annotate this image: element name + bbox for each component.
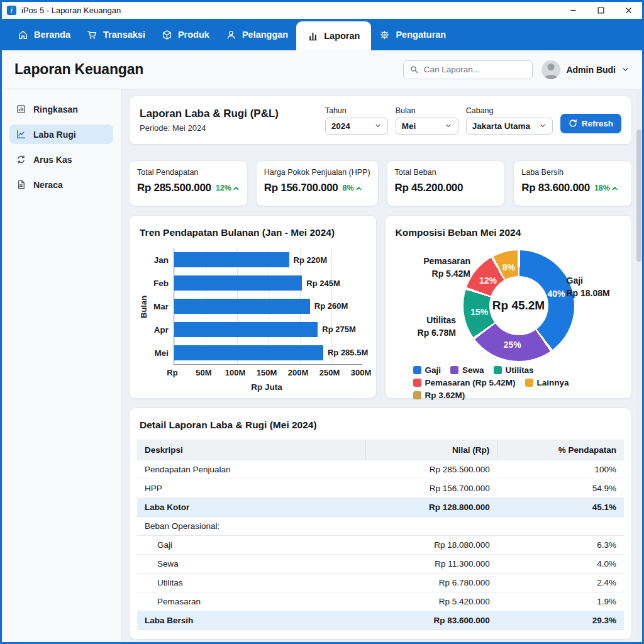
sidebar-item-arus-kas[interactable]: Arus Kas xyxy=(9,150,113,169)
table-row: GajiRp 18.080.0006.3% xyxy=(137,536,624,555)
maximize-button[interactable] xyxy=(587,2,614,19)
chevron-down-icon xyxy=(539,122,547,130)
refresh-label: Refresh xyxy=(582,119,613,128)
kpi-card-total-beban: Total Beban Rp 45.200.000 xyxy=(387,160,506,206)
table-cell-desc: Pendapatan Penjualan xyxy=(137,460,366,479)
expense-donut-card: Komposisi Beban Mei 2024 Rp 45.2M Pemasa… xyxy=(385,215,633,399)
kpi-row: Total Pendapatan Rp 285.500.000 12% Harg… xyxy=(129,160,632,206)
bar-row: Rp 220M xyxy=(174,248,362,272)
table-row: Beban Operasional: xyxy=(137,517,624,536)
kpi-trend-badge: 8% xyxy=(343,184,362,192)
cabang-select[interactable]: Jakarta Utama xyxy=(466,118,553,135)
legend-label: Lainnya xyxy=(537,378,569,387)
app-window: i iPos 5 - Laporan Keuangan Beranda Tran… xyxy=(0,0,644,644)
bar-category-label: Mar xyxy=(148,295,174,318)
bar-value-label: Rp 260M xyxy=(314,301,348,311)
pl-table-title: Detail Laporan Laba & Rugi (Mei 2024) xyxy=(140,419,624,431)
legend-label: Pemasaran (Rp 5.42M) xyxy=(425,378,516,387)
table-cell-value: Rp 6.780.000 xyxy=(366,574,497,592)
table-cell-value xyxy=(366,517,497,536)
bar-row: Rp 245M xyxy=(174,272,362,295)
filter-bulan: Bulan Mei xyxy=(396,106,458,135)
scrollbar-track xyxy=(636,92,641,640)
col-pendapatan: % Pendapatan xyxy=(497,440,624,460)
scrollbar-thumb[interactable] xyxy=(636,130,641,262)
nav-label: Transaksi xyxy=(103,30,145,40)
caret-up-icon xyxy=(611,186,618,191)
kpi-value: Rp 45.200.000 xyxy=(395,182,464,194)
x-tick: Rp xyxy=(167,368,177,377)
table-cell-desc: Laba Bersih xyxy=(137,611,366,630)
filter-label: Cabang xyxy=(466,106,553,115)
summary-chart-icon xyxy=(16,104,26,114)
kpi-card-total-pendapatan: Total Pendapatan Rp 285.500.000 12% xyxy=(129,160,248,206)
x-tick: 150M xyxy=(257,368,277,377)
sidebar-item-label: Laba Rugi xyxy=(33,130,76,140)
nav-tab-transaksi[interactable]: Transaksi xyxy=(79,19,153,50)
kpi-value: Rp 83.600.000 xyxy=(521,182,590,194)
legend-swatch xyxy=(413,366,421,374)
minimize-button[interactable] xyxy=(559,2,587,19)
filter-tahun: Tahun 2024 xyxy=(325,106,388,135)
nav-label: Produk xyxy=(178,30,209,40)
refresh-button[interactable]: Refresh xyxy=(560,114,621,133)
legend-swatch xyxy=(525,379,533,387)
chevron-down-icon xyxy=(621,65,630,74)
nav-tab-produk[interactable]: Produk xyxy=(153,19,218,50)
bar-row: Rp 275M xyxy=(174,318,362,341)
sidebar-item-ringkasan[interactable]: Ringkasan xyxy=(9,99,113,119)
nav-tab-beranda[interactable]: Beranda xyxy=(9,19,79,50)
caret-up-icon xyxy=(233,186,240,191)
col-nilai: Nilai (Rp) xyxy=(366,440,497,460)
window-title: iPos 5 - Laporan Keuangan xyxy=(21,6,121,15)
legend-label: Utilitas xyxy=(506,365,534,375)
sidebar-item-neraca[interactable]: Neraca xyxy=(9,175,113,194)
table-cell-desc: Gaji xyxy=(137,536,366,555)
nav-tab-pengaturan[interactable]: Pengaturan xyxy=(371,19,454,50)
table-cell-pct: 4.0% xyxy=(497,555,624,574)
bulan-select[interactable]: Mei xyxy=(396,118,458,135)
x-tick: 50M xyxy=(196,368,211,377)
kpi-label: Laba Bersih xyxy=(521,168,624,177)
window-controls xyxy=(559,2,642,19)
page-header: Laporan Keuangan Admin Budi xyxy=(2,50,642,89)
callout-pemasaran: PemasaranRp 5.42M xyxy=(423,255,470,280)
callout-gaji: GajiRp 18.08M xyxy=(567,274,610,300)
nav-label: Pengaturan xyxy=(396,30,446,40)
report-periode: Periode: Mei 2024 xyxy=(140,123,279,133)
search-input[interactable] xyxy=(424,65,526,74)
user-menu[interactable]: Admin Budi xyxy=(541,60,630,79)
nav-label: Laporan xyxy=(324,31,360,41)
gear-icon xyxy=(379,30,390,40)
tahun-select[interactable]: 2024 xyxy=(325,118,388,135)
sidebar-item-label: Neraca xyxy=(33,180,63,190)
bar xyxy=(174,299,310,314)
bar-value-label: Rp 220M xyxy=(294,255,327,265)
donut-hole: Rp 45.2M xyxy=(489,276,548,335)
main-content: Laporan Laba & Rugi (P&L) Periode: Mei 2… xyxy=(121,89,642,642)
bar-row: Rp 285.5M xyxy=(174,341,362,364)
bar xyxy=(174,275,302,291)
nav-tab-pelanggan[interactable]: Pelanggan xyxy=(218,19,296,50)
search-box xyxy=(403,60,533,79)
legend-swatch xyxy=(413,379,421,387)
pl-table-body: Pendapatan PenjualanRp 285.500.000100%HP… xyxy=(137,460,624,630)
table-row: PemasaranRp 5.420.0001.9% xyxy=(137,592,624,611)
legend-label: Gaji xyxy=(425,365,441,375)
kpi-card-laba-bersih: Laba Bersih Rp 83.600.000 18% xyxy=(513,160,632,206)
nav-tab-laporan[interactable]: Laporan xyxy=(296,21,371,50)
donut-pct-label: 25% xyxy=(504,340,521,350)
report-header-card: Laporan Laba & Rugi (P&L) Periode: Mei 2… xyxy=(129,96,632,145)
legend-item: Pemasaran (Rp 5.42M) xyxy=(413,378,516,387)
chevron-down-icon xyxy=(445,122,452,130)
callout-utilitas: UtilitasRp 6.78M xyxy=(418,314,456,340)
table-row: Laba KotorRp 128.800.00045.1% xyxy=(137,498,624,517)
sidebar-item-laba-rugi[interactable]: Laba Rugi xyxy=(9,125,113,144)
table-cell-pct: 6.3% xyxy=(497,536,624,555)
donut-pct-label: 12% xyxy=(479,275,497,286)
report-filters: Tahun 2024 Bulan Mei C xyxy=(325,106,621,135)
table-cell-value: Rp 18.080.000 xyxy=(366,536,497,555)
close-button[interactable] xyxy=(614,2,642,19)
table-row: Laba BersihRp 83.600.00029.3% xyxy=(137,611,624,630)
legend-swatch xyxy=(450,366,458,374)
